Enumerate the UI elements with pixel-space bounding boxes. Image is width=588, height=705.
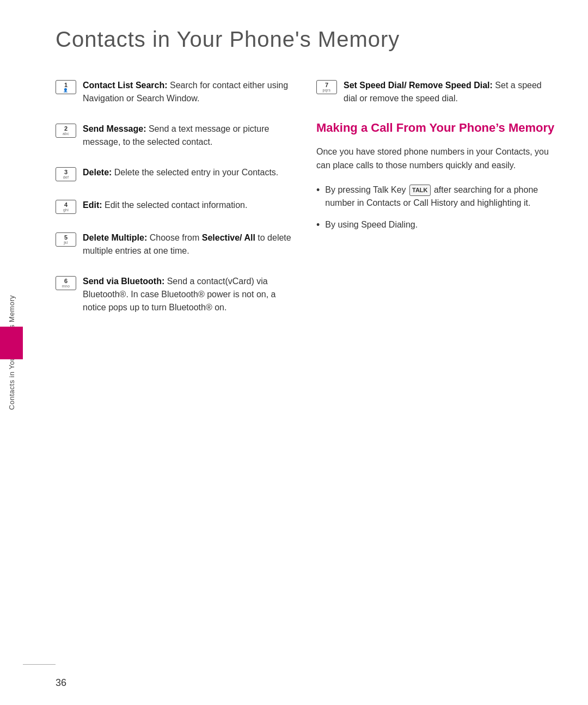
menu-item-6: 6 mno Send via Bluetooth: Send a contact… — [56, 275, 295, 314]
key-6-icon: 6 mno — [56, 276, 76, 290]
key-5-num: 5 — [64, 235, 68, 241]
menu-item-7-label: Set Speed Dial/ Remove Speed Dial: — [344, 81, 493, 90]
key-3-icon: 3 def — [56, 167, 76, 181]
menu-item-1-text: Contact List Search: Search for contact … — [83, 79, 295, 105]
bullet-dot-2: • — [316, 218, 320, 232]
bullet-item-2: • By using Speed Dialing. — [316, 218, 555, 232]
bullet-list: • By pressing Talk Key TALK after search… — [316, 183, 555, 232]
key-1-num: 1 — [64, 82, 68, 88]
menu-item-3-text: Delete: Delete the selected entry in you… — [83, 166, 278, 179]
key-1-icon: 1 👤 — [56, 80, 76, 94]
menu-item-7: 7 pqrs Set Speed Dial/ Remove Speed Dial… — [316, 79, 555, 105]
key-3-num: 3 — [64, 169, 68, 175]
talk-key-icon: TALK — [409, 185, 431, 196]
key-4-letters: ghi — [63, 208, 69, 212]
menu-item-2-label: Send Message: — [83, 124, 146, 133]
key-6-letters: mno — [62, 284, 70, 288]
key-2-icon: 2 abc — [56, 124, 76, 138]
key-4-icon: 4 ghi — [56, 200, 76, 214]
menu-item-5-label: Delete Multiple: — [83, 233, 147, 242]
page-number: 36 — [56, 677, 66, 689]
main-content: Contacts in Your Phone's Memory 1 👤 Cont… — [23, 0, 588, 705]
bullet-2-text: By using Speed Dialing. — [325, 218, 418, 231]
menu-item-5-text: Delete Multiple: Choose from Selective/ … — [83, 231, 295, 258]
menu-item-4: 4 ghi Edit: Edit the selected contact in… — [56, 199, 295, 214]
right-column: 7 pqrs Set Speed Dial/ Remove Speed Dial… — [316, 79, 555, 332]
key-7-letters: pqrs — [323, 88, 331, 92]
bullet-item-1: • By pressing Talk Key TALK after search… — [316, 183, 555, 210]
left-column: 1 👤 Contact List Search: Search for cont… — [56, 79, 295, 332]
menu-item-1: 1 👤 Contact List Search: Search for cont… — [56, 79, 295, 105]
menu-item-6-text: Send via Bluetooth: Send a contact(vCard… — [83, 275, 295, 314]
key-6-num: 6 — [64, 278, 68, 284]
key-2-num: 2 — [64, 126, 68, 132]
key-2-letters: abc — [63, 132, 69, 136]
menu-item-2-text: Send Message: Send a text message or pic… — [83, 122, 295, 149]
key-1-letters: 👤 — [63, 88, 68, 92]
menu-item-2: 2 abc Send Message: Send a text message … — [56, 122, 295, 149]
key-5-icon: 5 jkl — [56, 232, 76, 247]
key-3-letters: def — [63, 175, 69, 179]
menu-item-3-label: Delete: — [83, 168, 112, 177]
bullet-dot-1: • — [316, 183, 320, 197]
bullet-1-text: By pressing Talk Key TALK after searchin… — [325, 183, 555, 210]
page-title: Contacts in Your Phone's Memory — [56, 27, 555, 52]
menu-item-1-label: Contact List Search: — [83, 81, 168, 90]
menu-item-4-text: Edit: Edit the selected contact informat… — [83, 199, 247, 212]
section-intro: Once you have stored phone numbers in yo… — [316, 145, 555, 173]
key-4-num: 4 — [64, 202, 68, 208]
key-5-letters: jkl — [64, 241, 68, 244]
section-heading: Making a Call From Your Phone’s Memory — [316, 120, 555, 136]
sidebar-accent — [0, 327, 23, 359]
menu-item-3: 3 def Delete: Delete the selected entry … — [56, 166, 295, 181]
key-7-icon: 7 pqrs — [316, 80, 337, 94]
menu-item-3-desc: Delete the selected entry in your Contac… — [114, 168, 279, 177]
menu-item-5: 5 jkl Delete Multiple: Choose from Selec… — [56, 231, 295, 258]
two-column-layout: 1 👤 Contact List Search: Search for cont… — [56, 79, 555, 332]
menu-item-6-label: Send via Bluetooth: — [83, 277, 164, 286]
key-7-num: 7 — [325, 82, 328, 88]
menu-item-4-label: Edit: — [83, 200, 102, 210]
menu-item-4-desc: Edit the selected contact information. — [105, 200, 247, 210]
menu-item-7-text: Set Speed Dial/ Remove Speed Dial: Set a… — [344, 79, 555, 105]
